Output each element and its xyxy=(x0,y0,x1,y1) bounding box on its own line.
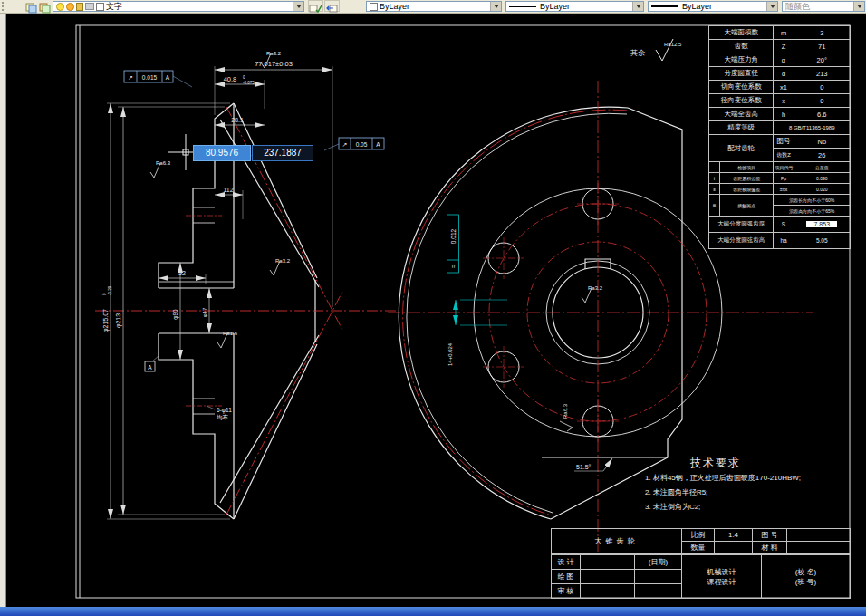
table-row: 大端压力角α20° xyxy=(709,53,851,67)
table-row: 径向变位系数x0 xyxy=(709,94,851,108)
dim-tip-dia-tol-up: 0 xyxy=(102,293,107,295)
dim-bolt-holes-note: 均布 xyxy=(216,414,229,420)
fcf2-datum: A xyxy=(376,141,380,148)
table-row: 精度等级8 GB/T11365-1989 xyxy=(709,121,851,135)
left-edge-strip xyxy=(0,13,6,607)
make-object-layer-current-button[interactable] xyxy=(308,0,323,12)
lineweight-sample-icon xyxy=(651,5,678,7)
section-view-outline xyxy=(159,103,319,519)
dim-back-width[interactable]: 28.1 xyxy=(231,117,244,123)
ra-flank-label: Ra3.2 xyxy=(275,258,291,264)
layer-plot-icon[interactable] xyxy=(85,3,94,10)
layer-combo[interactable]: 文字 xyxy=(53,1,304,12)
dynamic-input-x[interactable]: 80.9576 xyxy=(193,145,251,161)
dim-rim-width[interactable]: 40.8 xyxy=(224,75,237,83)
layer-stack-icon xyxy=(39,3,51,14)
ra-bore-label: Ra1.6 xyxy=(223,331,238,336)
taskbar-strip[interactable] xyxy=(0,607,866,616)
part-name: 大锥齿轮 xyxy=(552,529,682,554)
layer-freeze-icon[interactable] xyxy=(66,3,74,11)
dim-keyway-width[interactable]: 14+0.024 xyxy=(447,342,453,366)
organization-cell: (校 名) (班 号) xyxy=(762,555,851,599)
gear-parameter-table: 大端面模数m3 齿数Z71 大端压力角α20° 分度圆直径d213 切向变位系数… xyxy=(708,25,851,249)
layer-color-chip xyxy=(96,3,104,11)
table-row: 齿数Z71 xyxy=(709,40,851,53)
fcf1-value: 0.015 xyxy=(142,74,158,81)
param-label: 大端面模数 xyxy=(709,26,774,40)
chevron-down-icon[interactable] xyxy=(293,2,303,11)
dim-cone-distance[interactable]: 112 xyxy=(223,187,233,193)
keyway-dimension: 14+0.024 = 0.012 xyxy=(447,215,508,366)
ra-hub-label: Ra6.3 xyxy=(563,403,568,419)
dim-rim-width-tol-dn: -0.075 xyxy=(243,81,255,85)
chevron-down-icon[interactable] xyxy=(853,2,864,11)
designer-value xyxy=(581,555,635,570)
dim-bolt-holes[interactable]: 6-φ11 xyxy=(216,407,232,414)
plotstyle-combo[interactable]: 随颜色 xyxy=(782,1,865,12)
fcf1-symbol: ↗ xyxy=(128,74,133,81)
layer-lock-icon[interactable] xyxy=(76,3,83,11)
table-row: 大端分度圆弧齿厚S7.853 xyxy=(709,217,851,233)
dim-pitch-dia[interactable]: φ213 xyxy=(115,313,122,328)
thickness-value-box[interactable]: 7.853 xyxy=(806,221,837,227)
mate-gear-label: 配对齿轮 xyxy=(709,135,774,162)
plotstyle-value: 随颜色 xyxy=(785,2,853,11)
dim-rim-width-tol-up: 0 xyxy=(243,75,245,80)
datum-a-flag: A xyxy=(148,364,152,371)
chevron-down-icon[interactable] xyxy=(490,2,501,11)
fcf-runout-005[interactable]: ↗ 0.05 A xyxy=(324,138,384,150)
table-row: 分度圆直径d213 xyxy=(709,67,851,81)
ra-keyway-label: Ra3.2 xyxy=(588,285,603,291)
model-space-canvas[interactable]: 77.017±0.03 40.8 0 -0.075 28.1 112 52 xyxy=(0,13,866,607)
checker-value xyxy=(581,584,635,599)
dim-total-width[interactable]: 77.017±0.03 xyxy=(255,60,293,68)
layer-back-arrow-icon xyxy=(325,4,339,14)
tech-item: 2. 未注圆角半径R5; xyxy=(645,486,801,500)
accuracy-label: 精度等级 xyxy=(709,121,774,135)
ra-back-label: Ra6.3 xyxy=(156,160,171,166)
color-combo[interactable]: ByLayer xyxy=(366,1,502,12)
roughness-marks-left: Ra3.2 Ra6.3 Ra3.2 Ra1.6 xyxy=(150,51,291,348)
tech-item: 3. 未注倒角为C2; xyxy=(645,500,801,515)
linetype-sample-icon xyxy=(509,6,536,7)
ra-top-label: Ra3.2 xyxy=(266,51,282,56)
table-row: Ⅲ接触斑点沿齿长方向不小于60% xyxy=(709,195,851,206)
layer-states-icon[interactable] xyxy=(39,1,52,12)
linetype-value: ByLayer xyxy=(540,2,632,11)
dim-corner-angle[interactable]: 51.5° xyxy=(576,464,592,470)
title-block: 大锥齿轮 比例 1:4 图 号 数量 材 料 设 计 xyxy=(551,528,850,598)
scale-value: 1:4 xyxy=(715,529,753,542)
layer-previous-button[interactable] xyxy=(324,0,340,12)
face-view-annotations: Ra3.2 Ra6.3 51.5° 其余 Ra12.5 xyxy=(560,39,682,471)
toolbar-grip[interactable] xyxy=(2,2,6,11)
layer-properties-manager-icon[interactable] xyxy=(25,1,38,12)
tech-item: 1. 材料45钢，正火处理后齿面硬度170-210HBW; xyxy=(645,471,801,486)
face-view-outline xyxy=(399,107,722,519)
quantity-value xyxy=(715,542,753,554)
table-row: 大端全齿高h6.6 xyxy=(709,108,851,121)
layers-properties-toolbar: 文字 ByLayer ByLayer ByL xyxy=(0,0,866,14)
layer-check-icon xyxy=(309,4,322,14)
table-row: 切向变位系数x10 xyxy=(709,81,851,94)
table-row: Ⅰ齿距累积公差Fp0.090 xyxy=(709,173,851,184)
fcf-runout-0015[interactable]: ↗ 0.015 A xyxy=(124,71,192,87)
accuracy-value: 8 GB/T11365-1989 xyxy=(774,121,851,135)
dim-tip-dia[interactable]: φ215.07 xyxy=(102,309,110,332)
dim-hub-dia[interactable]: φ90 xyxy=(172,309,179,320)
fcf3-value: 0.012 xyxy=(450,228,457,244)
lineweight-combo[interactable]: ByLayer xyxy=(648,1,778,12)
chevron-down-icon[interactable] xyxy=(632,2,643,11)
dim-hub-length[interactable]: 52 xyxy=(178,270,186,276)
linetype-combo[interactable]: ByLayer xyxy=(505,1,644,12)
fcf-symmetry-0012[interactable]: = 0.012 xyxy=(447,215,459,273)
chevron-down-icon[interactable] xyxy=(766,2,777,11)
tech-requirements-list: 1. 材料45钢，正火处理后齿面硬度170-210HBW; 2. 未注圆角半径R… xyxy=(645,471,801,515)
course-cell: 机械设计 课程设计 xyxy=(682,555,762,599)
layer-on-icon[interactable] xyxy=(56,3,64,11)
table-row: 配对齿轮图号No xyxy=(709,135,851,149)
dynamic-input-y[interactable]: 237.1887 xyxy=(252,145,313,161)
dim-tip-dia-tol-dn: -0.29 xyxy=(108,285,112,295)
current-layer-name: 文字 xyxy=(106,2,293,11)
material-value xyxy=(787,542,851,554)
dim-bore-dia[interactable]: φ47 xyxy=(202,307,207,317)
